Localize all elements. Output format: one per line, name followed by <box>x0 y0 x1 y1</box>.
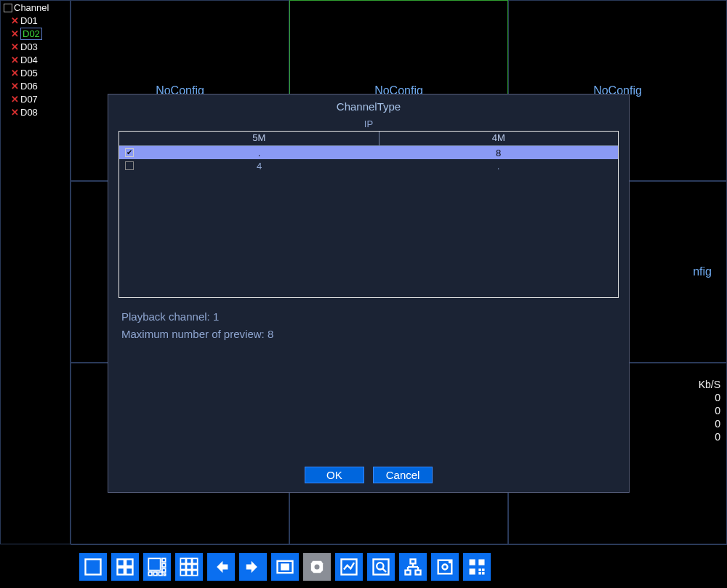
svg-rect-7 <box>162 563 166 567</box>
svg-point-38 <box>449 560 451 562</box>
x-icon: ✕ <box>11 81 19 92</box>
svg-rect-6 <box>162 558 166 562</box>
dialog-title: ChannelType <box>108 94 629 118</box>
row-col1: . <box>140 148 379 158</box>
channel-label: D08 <box>20 107 38 118</box>
channel-label: D06 <box>20 81 38 92</box>
stats-label: Kb/S <box>699 379 720 390</box>
row-col1: 4 <box>140 161 379 172</box>
stats-value: 0 <box>699 391 720 404</box>
svg-rect-21 <box>193 570 198 575</box>
channel-item-D01[interactable]: ✕D01 <box>4 15 67 28</box>
row-col2: 8 <box>379 148 618 158</box>
search-button[interactable] <box>367 553 395 581</box>
channel-type-dialog: ChannelType IP 5M 4M ✔.84. Playback chan… <box>108 94 630 493</box>
channel-label: D07 <box>20 94 38 105</box>
channel-label: D03 <box>20 41 38 52</box>
svg-rect-17 <box>187 564 192 569</box>
svg-rect-20 <box>187 570 192 575</box>
storage-button[interactable] <box>431 553 459 581</box>
svg-rect-45 <box>482 572 485 575</box>
channel-tree-icon <box>4 4 12 12</box>
channel-label: D01 <box>20 15 38 26</box>
channel-item-D02[interactable]: ✕D02 <box>4 28 67 41</box>
x-icon: ✕ <box>11 41 19 52</box>
col-5m: 5M <box>140 132 379 145</box>
network-button[interactable] <box>399 553 427 581</box>
svg-rect-31 <box>416 570 421 574</box>
channel-item-D04[interactable]: ✕D04 <box>4 54 67 67</box>
svg-rect-14 <box>187 558 192 563</box>
channel-item-D08[interactable]: ✕D08 <box>4 106 67 119</box>
channel-item-D07[interactable]: ✕D07 <box>4 93 67 106</box>
bottom-toolbar <box>71 544 727 588</box>
noconfig-label-partial: nfig <box>693 265 712 278</box>
sidebar-title: Channel <box>14 2 49 13</box>
svg-line-28 <box>382 568 386 572</box>
row-col2: . <box>379 161 618 172</box>
layout-8-button[interactable] <box>143 553 171 581</box>
svg-rect-10 <box>153 572 157 576</box>
channel-item-D03[interactable]: ✕D03 <box>4 41 67 54</box>
layout-4-button[interactable] <box>111 553 139 581</box>
x-icon: ✕ <box>11 94 19 105</box>
svg-point-24 <box>315 564 320 569</box>
svg-rect-5 <box>148 558 160 570</box>
svg-rect-13 <box>180 558 185 563</box>
cancel-button[interactable]: Cancel <box>373 467 433 483</box>
channel-type-table: 5M 4M ✔.84. <box>119 131 619 298</box>
channel-label: D05 <box>20 68 38 78</box>
svg-point-37 <box>443 564 448 569</box>
stats-value: 0 <box>699 417 720 430</box>
prev-button[interactable] <box>207 553 235 581</box>
chart-button[interactable] <box>335 553 363 581</box>
channel-item-D06[interactable]: ✕D06 <box>4 80 67 93</box>
svg-rect-44 <box>478 572 481 575</box>
svg-rect-15 <box>193 558 198 563</box>
ip-group-label: IP <box>108 118 629 129</box>
fullscreen-button[interactable] <box>271 553 299 581</box>
ok-button[interactable]: OK <box>305 467 364 483</box>
svg-rect-41 <box>470 568 475 574</box>
channel-label: D02 <box>20 28 42 40</box>
svg-rect-26 <box>374 559 389 574</box>
svg-rect-23 <box>281 564 288 569</box>
layout-9-button[interactable] <box>175 553 203 581</box>
svg-rect-12 <box>164 573 165 575</box>
ptz-button[interactable] <box>303 553 331 581</box>
stats-value: 0 <box>699 404 720 417</box>
preview-info: Maximum number of preview: 8 <box>121 326 616 343</box>
svg-rect-1 <box>118 559 124 565</box>
col-4m: 4M <box>379 132 619 145</box>
qr-button[interactable] <box>463 553 491 581</box>
row-checkbox[interactable] <box>119 161 140 170</box>
svg-rect-0 <box>86 559 101 574</box>
layout-1-button[interactable] <box>79 553 107 581</box>
row-checkbox[interactable]: ✔ <box>119 148 140 157</box>
channel-sidebar-header: Channel <box>4 2 67 13</box>
svg-point-27 <box>377 563 383 569</box>
bitrate-stats: Kb/S 0 0 0 0 <box>699 378 720 443</box>
channel-sidebar: Channel ✕D01✕D02✕D03✕D04✕D05✕D06✕D07✕D08 <box>0 0 71 544</box>
x-icon: ✕ <box>11 68 19 78</box>
table-header: 5M 4M <box>119 132 618 146</box>
svg-rect-9 <box>148 572 152 576</box>
table-row[interactable]: ✔.8 <box>119 146 618 159</box>
svg-rect-2 <box>126 559 132 565</box>
svg-rect-3 <box>118 568 124 574</box>
svg-rect-30 <box>406 570 411 574</box>
playback-info: Playback channel: 1 <box>121 308 616 326</box>
svg-rect-43 <box>482 568 485 571</box>
svg-rect-11 <box>158 572 162 576</box>
svg-rect-29 <box>411 559 416 563</box>
svg-rect-42 <box>478 568 481 571</box>
x-icon: ✕ <box>11 107 19 118</box>
stats-value: 0 <box>699 430 720 443</box>
table-row[interactable]: 4. <box>119 159 618 172</box>
svg-rect-18 <box>193 564 198 569</box>
x-icon: ✕ <box>11 28 19 39</box>
channel-item-D05[interactable]: ✕D05 <box>4 67 67 80</box>
channel-label: D04 <box>20 55 38 65</box>
svg-rect-19 <box>180 570 185 575</box>
next-button[interactable] <box>239 553 267 581</box>
